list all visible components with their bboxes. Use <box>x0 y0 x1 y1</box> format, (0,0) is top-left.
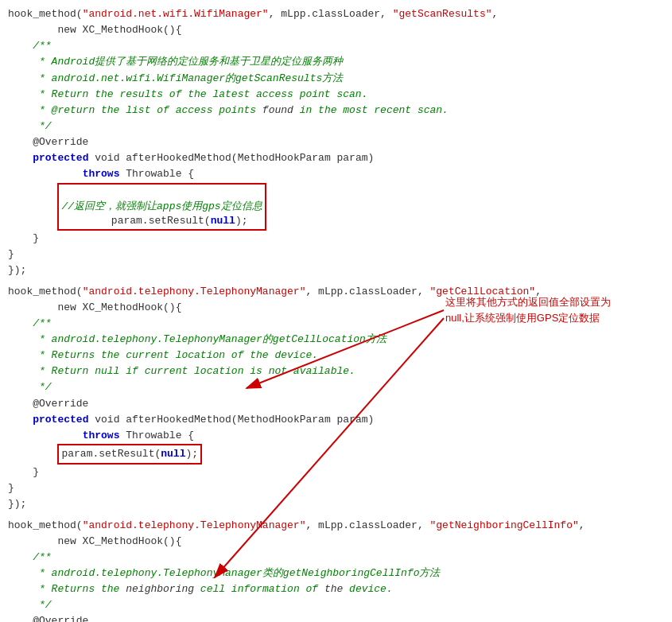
code-line: hook_method("android.telephony.Telephony… <box>8 518 664 534</box>
code-comment: * Return the results of the latest acces… <box>8 87 664 103</box>
code-line: } <box>8 231 664 247</box>
code-line: } <box>8 247 664 262</box>
code-block-3: hook_method("android.telephony.Telephony… <box>8 518 664 623</box>
code-comment: * android.telephony.TelephonyManager类的ge… <box>8 566 664 581</box>
code-comment: /** <box>8 38 664 54</box>
code-block-1: hook_method("android.net.wifi.WifiManage… <box>8 6 664 279</box>
code-comment: * Return null if current location is not… <box>8 363 664 379</box>
code-line: new XC_MethodHook(){ <box>8 22 664 38</box>
code-line: protected void afterHookedMethod(MethodH… <box>8 150 664 166</box>
code-line: new XC_MethodHook(){ <box>8 534 664 550</box>
code-comment: /** <box>8 550 664 566</box>
code-line: throws Throwable { <box>8 428 664 444</box>
code-comment: * @return the list of access points foun… <box>8 103 664 119</box>
annotation-label: 这里将其他方式的返回值全部设置为null,让系统强制使用GPS定位数据 <box>445 294 611 325</box>
code-comment: * Returns the neighboring cell informati… <box>8 581 664 597</box>
code-comment: * android.net.wifi.WifiManager的getScanRe… <box>8 71 664 87</box>
code-comment: */ <box>8 379 664 395</box>
code-comment: * android.telephony.TelephonyManager的get… <box>8 332 664 348</box>
highlighted-block-1: //返回空，就强制让apps使用gps定位信息 param.setResult(… <box>8 183 664 231</box>
code-line: @Override <box>8 396 664 412</box>
code-line: protected void afterHookedMethod(MethodH… <box>8 412 664 428</box>
code-comment: * Android提供了基于网络的定位服务和基于卫星的定位服务两种 <box>8 54 664 70</box>
highlighted-block-2: param.setResult(null); <box>8 444 664 465</box>
code-line: @Override <box>8 134 664 150</box>
code-comment: */ <box>8 119 664 134</box>
code-comment: * Returns the current location of the de… <box>8 348 664 363</box>
code-comment: */ <box>8 597 664 613</box>
code-line: @Override <box>8 613 664 622</box>
code-line: hook_method("android.net.wifi.WifiManage… <box>8 6 664 22</box>
code-line: }); <box>8 496 664 512</box>
code-container: hook_method("android.net.wifi.WifiManage… <box>0 0 672 622</box>
code-line: }); <box>8 262 664 278</box>
code-line: } <box>8 480 664 496</box>
code-line: } <box>8 465 664 480</box>
code-line: throws Throwable { <box>8 166 664 182</box>
